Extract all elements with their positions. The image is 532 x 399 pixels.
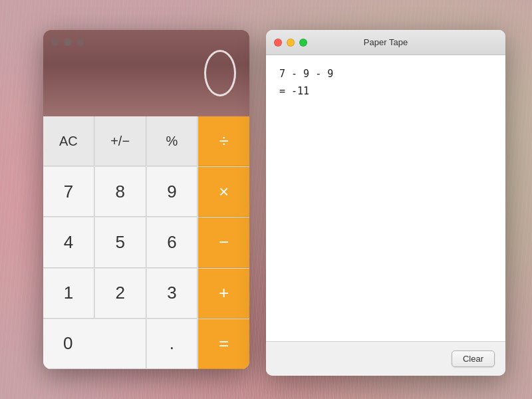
calculator-buttons-grid: AC +/− % ÷ 7 8 9 × 4 5 6 − 1 2 3 + 0 . = bbox=[43, 116, 249, 369]
percent-button[interactable]: % bbox=[147, 116, 198, 166]
calculator-window: AC +/− % ÷ 7 8 9 × 4 5 6 − 1 2 3 + 0 . = bbox=[43, 30, 249, 369]
clear-button[interactable]: Clear bbox=[452, 350, 495, 367]
add-button[interactable]: + bbox=[198, 269, 249, 319]
paper-tape-content: 7 - 9 - 9 = -11 bbox=[266, 55, 505, 341]
paper-tape-titlebar: Paper Tape bbox=[266, 30, 505, 55]
tape-expression: 7 - 9 - 9 bbox=[279, 66, 492, 82]
paper-tape-close-button[interactable] bbox=[274, 39, 282, 47]
two-button[interactable]: 2 bbox=[95, 269, 146, 319]
paper-tape-title: Paper Tape bbox=[364, 37, 408, 47]
multiply-button[interactable]: × bbox=[198, 167, 249, 217]
calculator-fullscreen-button[interactable] bbox=[76, 38, 84, 46]
seven-button[interactable]: 7 bbox=[43, 167, 94, 217]
paper-tape-window-controls bbox=[274, 39, 307, 47]
one-button[interactable]: 1 bbox=[43, 269, 94, 319]
paper-tape-minimize-button[interactable] bbox=[287, 39, 295, 47]
tape-result: = -11 bbox=[279, 83, 492, 99]
paper-tape-fullscreen-button[interactable] bbox=[299, 39, 307, 47]
six-button[interactable]: 6 bbox=[147, 217, 198, 267]
zero-button[interactable]: 0 bbox=[43, 319, 146, 369]
three-button[interactable]: 3 bbox=[147, 269, 198, 319]
calculator-display-zero bbox=[204, 50, 236, 96]
paper-tape-window: Paper Tape 7 - 9 - 9 = -11 Clear bbox=[266, 30, 505, 376]
plus-minus-button[interactable]: +/− bbox=[95, 116, 146, 166]
nine-button[interactable]: 9 bbox=[147, 167, 198, 217]
calculator-display bbox=[43, 30, 249, 116]
divide-button[interactable]: ÷ bbox=[198, 116, 249, 166]
decimal-button[interactable]: . bbox=[147, 319, 198, 369]
calculator-window-controls bbox=[51, 38, 84, 46]
equals-button[interactable]: = bbox=[198, 319, 249, 369]
subtract-button[interactable]: − bbox=[198, 217, 249, 267]
five-button[interactable]: 5 bbox=[95, 217, 146, 267]
calculator-minimize-button[interactable] bbox=[64, 38, 72, 46]
ac-button[interactable]: AC bbox=[43, 116, 94, 166]
four-button[interactable]: 4 bbox=[43, 217, 94, 267]
paper-tape-footer: Clear bbox=[266, 341, 505, 376]
eight-button[interactable]: 8 bbox=[95, 167, 146, 217]
calculator-close-button[interactable] bbox=[51, 38, 59, 46]
